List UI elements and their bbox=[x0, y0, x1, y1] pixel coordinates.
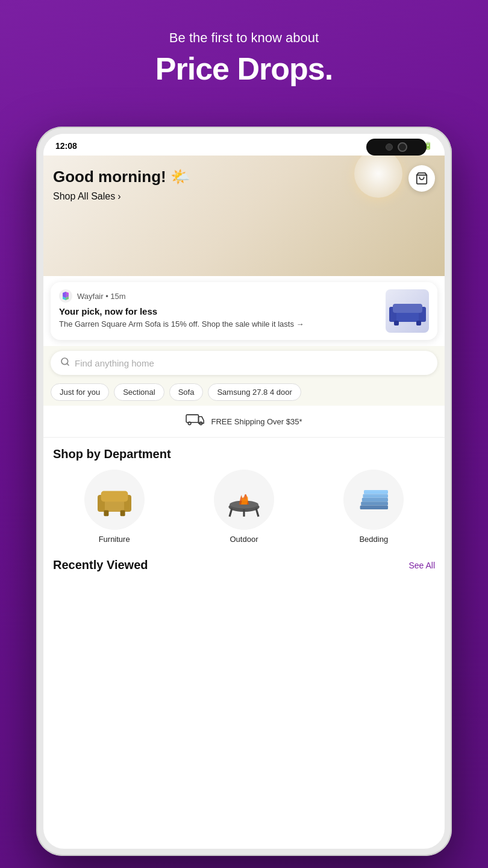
svg-line-26 bbox=[230, 508, 232, 517]
dept-outdoor-circle bbox=[214, 470, 274, 530]
shipping-text: FREE Shipping Over $35* bbox=[211, 417, 302, 426]
hero-content: Good morning! 🌤️ Shop All Sales › bbox=[53, 168, 190, 202]
camera-notch bbox=[366, 139, 427, 156]
phone-frame: 12:08 🔔 📶 🔋 Good morning! 🌤️ Shop All Sa… bbox=[36, 127, 452, 856]
search-icon bbox=[60, 357, 70, 369]
svg-rect-22 bbox=[104, 511, 108, 517]
notification-content: Wayfair • 15m Your pick, now for less Th… bbox=[59, 289, 378, 330]
svg-rect-32 bbox=[361, 502, 389, 505]
svg-rect-23 bbox=[120, 511, 125, 517]
filter-chips: Just for you Sectional Sofa Samsung 27.8… bbox=[43, 379, 445, 406]
hero-section: Good morning! 🌤️ Shop All Sales › bbox=[43, 156, 445, 276]
svg-rect-21 bbox=[101, 491, 128, 502]
department-section: Shop by Department F bbox=[43, 438, 445, 549]
phone-screen: 12:08 🔔 📶 🔋 Good morning! 🌤️ Shop All Sa… bbox=[43, 134, 445, 849]
camera-sensor bbox=[386, 143, 393, 151]
search-bar[interactable]: Find anything home bbox=[51, 351, 437, 375]
svg-point-16 bbox=[189, 422, 192, 425]
chip-sectional[interactable]: Sectional bbox=[114, 383, 164, 401]
svg-rect-33 bbox=[360, 506, 388, 509]
svg-rect-30 bbox=[363, 494, 389, 497]
department-title: Shop by Department bbox=[53, 447, 435, 461]
truck-icon bbox=[186, 413, 205, 430]
power-button bbox=[451, 187, 452, 217]
dept-bedding[interactable]: Bedding bbox=[313, 470, 435, 544]
outdoor-svg bbox=[220, 479, 268, 521]
recently-viewed-title: Recently Viewed bbox=[53, 558, 148, 572]
shipping-banner: FREE Shipping Over $35* bbox=[43, 406, 445, 438]
dept-outdoor-label: Outdoor bbox=[230, 535, 258, 544]
cart-button[interactable] bbox=[408, 165, 435, 192]
svg-line-27 bbox=[256, 508, 258, 517]
bedding-svg bbox=[349, 479, 398, 521]
promo-subtitle: Be the first to know about bbox=[0, 30, 488, 46]
wayfair-logo-svg bbox=[59, 289, 72, 303]
lamp-shade bbox=[354, 156, 402, 198]
notification-body: The Garren Square Arm Sofa is 15% off. S… bbox=[59, 319, 378, 330]
hero-greeting: Good morning! 🌤️ bbox=[53, 168, 190, 186]
shop-link-arrow: › bbox=[117, 191, 120, 202]
svg-rect-29 bbox=[364, 490, 388, 494]
promo-header: Be the first to know about Price Drops. bbox=[0, 30, 488, 87]
search-placeholder: Find anything home bbox=[75, 358, 154, 368]
chip-just-for-you[interactable]: Just for you bbox=[51, 383, 109, 401]
chip-samsung[interactable]: Samsung 27.8 4 door bbox=[208, 383, 301, 401]
status-time: 12:08 bbox=[55, 141, 77, 151]
notification-source: Wayfair • 15m bbox=[77, 292, 126, 301]
see-all-button[interactable]: See All bbox=[408, 561, 435, 570]
notification-title: Your pick, now for less bbox=[59, 306, 378, 316]
search-area: Find anything home bbox=[43, 346, 445, 379]
svg-rect-31 bbox=[362, 498, 388, 502]
notification-card[interactable]: Wayfair • 15m Your pick, now for less Th… bbox=[51, 282, 437, 340]
dept-bedding-label: Bedding bbox=[359, 535, 388, 544]
truck-svg bbox=[186, 413, 205, 426]
camera-lens bbox=[398, 142, 407, 152]
recently-viewed-header: Recently Viewed See All bbox=[43, 549, 445, 577]
dept-outdoor[interactable]: Outdoor bbox=[183, 470, 305, 544]
svg-line-14 bbox=[67, 363, 69, 365]
chip-sofa[interactable]: Sofa bbox=[169, 383, 204, 401]
svg-rect-12 bbox=[416, 321, 421, 326]
svg-rect-11 bbox=[394, 321, 399, 326]
notification-header: Wayfair • 15m bbox=[59, 289, 378, 303]
cart-icon bbox=[415, 172, 428, 185]
svg-rect-10 bbox=[393, 304, 422, 313]
furniture-svg bbox=[90, 479, 139, 521]
wayfair-logo bbox=[59, 289, 72, 303]
dept-furniture[interactable]: Furniture bbox=[53, 470, 175, 544]
notification-product-image bbox=[386, 289, 429, 333]
promo-title: Price Drops. bbox=[0, 51, 488, 87]
svg-rect-15 bbox=[187, 415, 199, 423]
shop-link-text: Shop All Sales bbox=[53, 191, 115, 202]
lamp-decoration bbox=[354, 156, 408, 216]
dept-bedding-circle bbox=[343, 470, 404, 530]
sofa-svg bbox=[388, 295, 427, 328]
dept-furniture-label: Furniture bbox=[99, 535, 130, 544]
dept-furniture-circle bbox=[84, 470, 145, 530]
department-row: Furniture bbox=[53, 470, 435, 544]
shop-all-sales-link[interactable]: Shop All Sales › bbox=[53, 191, 190, 202]
volume-button bbox=[36, 175, 37, 193]
